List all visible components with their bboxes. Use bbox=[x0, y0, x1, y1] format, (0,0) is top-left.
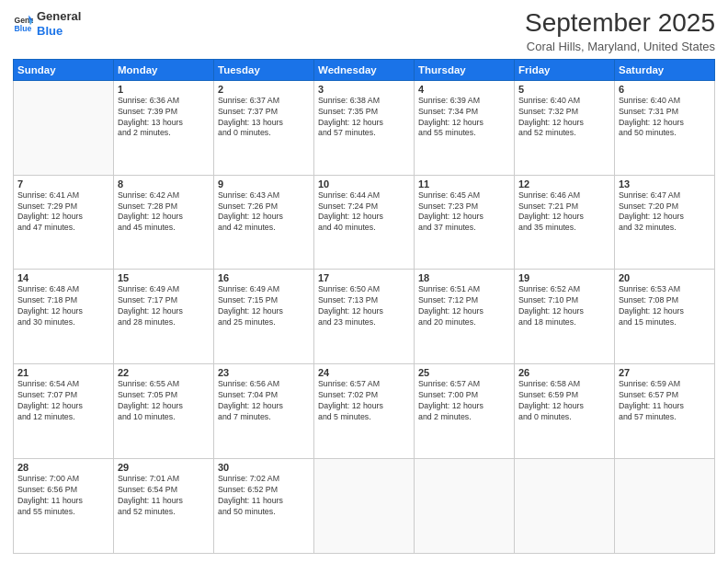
table-row: 6Sunrise: 6:40 AMSunset: 7:31 PMDaylight… bbox=[615, 80, 715, 175]
table-row: 29Sunrise: 7:01 AMSunset: 6:54 PMDayligh… bbox=[114, 459, 214, 554]
day-info: Sunrise: 6:48 AMSunset: 7:18 PMDaylight:… bbox=[17, 284, 109, 328]
day-number: 15 bbox=[118, 272, 210, 283]
table-row: 12Sunrise: 6:46 AMSunset: 7:21 PMDayligh… bbox=[515, 175, 615, 270]
table-row: 23Sunrise: 6:56 AMSunset: 7:04 PMDayligh… bbox=[214, 364, 314, 459]
day-number: 25 bbox=[418, 367, 510, 378]
calendar-table: Sunday Monday Tuesday Wednesday Thursday… bbox=[13, 59, 715, 554]
day-info: Sunrise: 6:40 AMSunset: 7:32 PMDaylight:… bbox=[518, 96, 610, 140]
col-friday: Friday bbox=[515, 59, 615, 80]
table-row: 20Sunrise: 6:53 AMSunset: 7:08 PMDayligh… bbox=[615, 270, 715, 364]
calendar-week-row: 21Sunrise: 6:54 AMSunset: 7:07 PMDayligh… bbox=[14, 364, 715, 459]
table-row: 11Sunrise: 6:45 AMSunset: 7:23 PMDayligh… bbox=[415, 175, 515, 270]
table-row: 22Sunrise: 6:55 AMSunset: 7:05 PMDayligh… bbox=[114, 364, 214, 459]
day-number: 28 bbox=[17, 462, 109, 473]
day-number: 8 bbox=[118, 178, 210, 190]
table-row bbox=[415, 459, 515, 554]
subtitle: Coral Hills, Maryland, United States bbox=[525, 40, 715, 53]
day-number: 12 bbox=[518, 178, 610, 190]
table-row: 16Sunrise: 6:49 AMSunset: 7:15 PMDayligh… bbox=[214, 270, 314, 364]
day-number: 17 bbox=[318, 272, 410, 283]
day-number: 20 bbox=[619, 272, 711, 283]
logo-icon: General Blue bbox=[13, 14, 33, 34]
table-row bbox=[515, 459, 615, 554]
header: General Blue General Blue September 2025… bbox=[13, 9, 715, 53]
calendar-week-row: 1Sunrise: 6:36 AMSunset: 7:39 PMDaylight… bbox=[14, 80, 715, 175]
table-row: 25Sunrise: 6:57 AMSunset: 7:00 PMDayligh… bbox=[415, 364, 515, 459]
col-thursday: Thursday bbox=[415, 59, 515, 80]
day-number: 30 bbox=[218, 462, 310, 473]
table-row: 13Sunrise: 6:47 AMSunset: 7:20 PMDayligh… bbox=[615, 175, 715, 270]
table-row: 10Sunrise: 6:44 AMSunset: 7:24 PMDayligh… bbox=[314, 175, 415, 270]
table-row: 4Sunrise: 6:39 AMSunset: 7:34 PMDaylight… bbox=[415, 80, 515, 175]
day-number: 11 bbox=[418, 178, 510, 190]
day-number: 19 bbox=[518, 272, 610, 283]
calendar-week-row: 14Sunrise: 6:48 AMSunset: 7:18 PMDayligh… bbox=[14, 270, 715, 364]
day-info: Sunrise: 7:02 AMSunset: 6:52 PMDaylight:… bbox=[218, 474, 310, 518]
day-number: 2 bbox=[218, 84, 310, 95]
day-number: 6 bbox=[619, 84, 711, 95]
day-info: Sunrise: 6:49 AMSunset: 7:15 PMDaylight:… bbox=[218, 284, 310, 328]
day-info: Sunrise: 6:40 AMSunset: 7:31 PMDaylight:… bbox=[619, 96, 711, 140]
day-info: Sunrise: 7:01 AMSunset: 6:54 PMDaylight:… bbox=[118, 474, 210, 518]
day-number: 1 bbox=[118, 84, 210, 95]
svg-text:Blue: Blue bbox=[15, 23, 32, 32]
day-info: Sunrise: 6:37 AMSunset: 7:37 PMDaylight:… bbox=[218, 96, 310, 140]
col-wednesday: Wednesday bbox=[314, 59, 415, 80]
day-number: 5 bbox=[518, 84, 610, 95]
table-row: 5Sunrise: 6:40 AMSunset: 7:32 PMDaylight… bbox=[515, 80, 615, 175]
day-info: Sunrise: 6:39 AMSunset: 7:34 PMDaylight:… bbox=[418, 96, 510, 140]
calendar-week-row: 28Sunrise: 7:00 AMSunset: 6:56 PMDayligh… bbox=[14, 459, 715, 554]
day-number: 10 bbox=[318, 178, 410, 190]
day-info: Sunrise: 6:58 AMSunset: 6:59 PMDaylight:… bbox=[518, 379, 610, 423]
logo: General Blue General Blue bbox=[13, 9, 81, 38]
day-number: 26 bbox=[518, 367, 610, 378]
table-row: 27Sunrise: 6:59 AMSunset: 6:57 PMDayligh… bbox=[615, 364, 715, 459]
table-row: 7Sunrise: 6:41 AMSunset: 7:29 PMDaylight… bbox=[14, 175, 114, 270]
table-row: 19Sunrise: 6:52 AMSunset: 7:10 PMDayligh… bbox=[515, 270, 615, 364]
day-info: Sunrise: 6:36 AMSunset: 7:39 PMDaylight:… bbox=[118, 96, 210, 140]
logo-text: General Blue bbox=[37, 9, 81, 38]
day-info: Sunrise: 6:49 AMSunset: 7:17 PMDaylight:… bbox=[118, 284, 210, 328]
day-info: Sunrise: 6:55 AMSunset: 7:05 PMDaylight:… bbox=[118, 379, 210, 423]
day-info: Sunrise: 7:00 AMSunset: 6:56 PMDaylight:… bbox=[17, 474, 109, 518]
table-row: 1Sunrise: 6:36 AMSunset: 7:39 PMDaylight… bbox=[114, 80, 214, 175]
day-number: 22 bbox=[118, 367, 210, 378]
table-row: 17Sunrise: 6:50 AMSunset: 7:13 PMDayligh… bbox=[314, 270, 415, 364]
day-info: Sunrise: 6:53 AMSunset: 7:08 PMDaylight:… bbox=[619, 284, 711, 328]
table-row bbox=[14, 80, 114, 175]
day-number: 24 bbox=[318, 367, 410, 378]
table-row: 26Sunrise: 6:58 AMSunset: 6:59 PMDayligh… bbox=[515, 364, 615, 459]
calendar-week-row: 7Sunrise: 6:41 AMSunset: 7:29 PMDaylight… bbox=[14, 175, 715, 270]
table-row: 14Sunrise: 6:48 AMSunset: 7:18 PMDayligh… bbox=[14, 270, 114, 364]
day-info: Sunrise: 6:59 AMSunset: 6:57 PMDaylight:… bbox=[619, 379, 711, 423]
day-number: 13 bbox=[619, 178, 711, 190]
table-row bbox=[314, 459, 415, 554]
day-number: 29 bbox=[118, 462, 210, 473]
day-number: 9 bbox=[218, 178, 310, 190]
table-row: 3Sunrise: 6:38 AMSunset: 7:35 PMDaylight… bbox=[314, 80, 415, 175]
day-info: Sunrise: 6:57 AMSunset: 7:02 PMDaylight:… bbox=[318, 379, 410, 423]
day-info: Sunrise: 6:57 AMSunset: 7:00 PMDaylight:… bbox=[418, 379, 510, 423]
day-info: Sunrise: 6:52 AMSunset: 7:10 PMDaylight:… bbox=[518, 284, 610, 328]
table-row: 18Sunrise: 6:51 AMSunset: 7:12 PMDayligh… bbox=[415, 270, 515, 364]
day-info: Sunrise: 6:45 AMSunset: 7:23 PMDaylight:… bbox=[418, 190, 510, 235]
table-row: 9Sunrise: 6:43 AMSunset: 7:26 PMDaylight… bbox=[214, 175, 314, 270]
table-row: 8Sunrise: 6:42 AMSunset: 7:28 PMDaylight… bbox=[114, 175, 214, 270]
day-info: Sunrise: 6:54 AMSunset: 7:07 PMDaylight:… bbox=[17, 379, 109, 423]
col-tuesday: Tuesday bbox=[214, 59, 314, 80]
day-info: Sunrise: 6:46 AMSunset: 7:21 PMDaylight:… bbox=[518, 190, 610, 235]
day-number: 23 bbox=[218, 367, 310, 378]
day-number: 4 bbox=[418, 84, 510, 95]
table-row: 28Sunrise: 7:00 AMSunset: 6:56 PMDayligh… bbox=[14, 459, 114, 554]
day-number: 21 bbox=[17, 367, 109, 378]
day-number: 27 bbox=[619, 367, 711, 378]
day-info: Sunrise: 6:56 AMSunset: 7:04 PMDaylight:… bbox=[218, 379, 310, 423]
col-sunday: Sunday bbox=[14, 59, 114, 80]
day-info: Sunrise: 6:38 AMSunset: 7:35 PMDaylight:… bbox=[318, 96, 410, 140]
table-row: 2Sunrise: 6:37 AMSunset: 7:37 PMDaylight… bbox=[214, 80, 314, 175]
title-block: September 2025 Coral Hills, Maryland, Un… bbox=[525, 9, 715, 53]
calendar-header-row: Sunday Monday Tuesday Wednesday Thursday… bbox=[14, 59, 715, 80]
day-info: Sunrise: 6:51 AMSunset: 7:12 PMDaylight:… bbox=[418, 284, 510, 328]
table-row: 24Sunrise: 6:57 AMSunset: 7:02 PMDayligh… bbox=[314, 364, 415, 459]
col-saturday: Saturday bbox=[615, 59, 715, 80]
